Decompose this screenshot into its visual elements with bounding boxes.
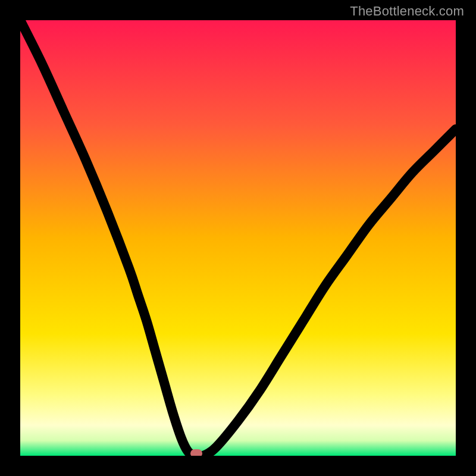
plot-area [20,20,456,456]
chart-frame: TheBottleneck.com [0,0,476,476]
attribution-label: TheBottleneck.com [350,4,464,19]
bottleneck-curve [20,20,456,456]
optimal-marker-icon [190,449,202,456]
